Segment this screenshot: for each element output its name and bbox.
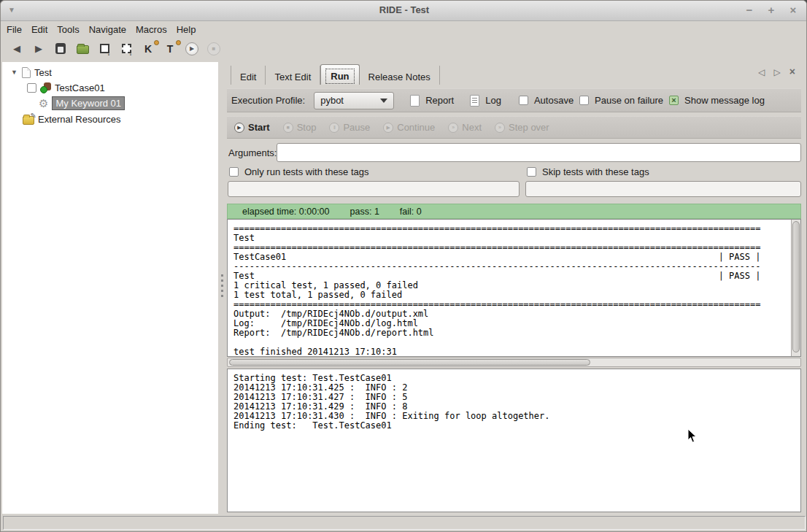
tree-item-external-resources[interactable]: ✎ External Resources bbox=[23, 112, 120, 126]
stop-icon: ■ bbox=[283, 123, 293, 133]
testcase-checkbox[interactable] bbox=[27, 83, 36, 93]
statusbar bbox=[3, 516, 806, 530]
console-text: ========================================… bbox=[228, 220, 800, 357]
tab-scroll-right-icon[interactable]: ▷ bbox=[774, 67, 781, 77]
tab-close-icon[interactable]: × bbox=[789, 67, 795, 77]
pass-count: pass: 1 bbox=[350, 207, 379, 217]
console-output: ========================================… bbox=[227, 219, 801, 357]
menubar: File Edit Tools Navigate Macros Help bbox=[1, 21, 807, 37]
mouse-cursor bbox=[687, 428, 698, 444]
continue-icon: ▶ bbox=[383, 123, 393, 133]
only-run-tags-label: Only run tests with these tags bbox=[244, 166, 369, 177]
tab-release-notes[interactable]: Release Notes bbox=[360, 66, 440, 85]
arguments-label: Arguments: bbox=[228, 147, 277, 158]
scrollbar-thumb[interactable] bbox=[229, 359, 590, 366]
tree-item-test-suite[interactable]: ▼ Test bbox=[11, 65, 52, 80]
step-over-icon: » bbox=[495, 123, 505, 133]
execution-profile-row: Execution Profile: pybot Report Log Auto… bbox=[227, 88, 801, 112]
arguments-input[interactable] bbox=[277, 143, 801, 162]
menu-tools[interactable]: Tools bbox=[57, 23, 87, 36]
stop-button[interactable]: ■Stop bbox=[283, 122, 317, 133]
step-over-button[interactable]: »Step over bbox=[495, 122, 549, 133]
pause-button[interactable]: ‖Pause bbox=[329, 122, 370, 133]
insert-cell-dashed-icon[interactable] bbox=[119, 42, 134, 56]
start-button[interactable]: ▶Start bbox=[234, 122, 270, 133]
insert-cell-icon[interactable] bbox=[97, 42, 112, 56]
selected-tree-label: My Keyword 01 bbox=[52, 96, 125, 110]
log-button[interactable]: Log bbox=[485, 95, 501, 106]
next-button[interactable]: »Next bbox=[448, 122, 482, 133]
maximize-button[interactable]: + bbox=[765, 4, 777, 16]
show-message-log-label: Show message log bbox=[684, 95, 765, 106]
suite-file-icon bbox=[22, 67, 31, 78]
menu-edit[interactable]: Edit bbox=[31, 23, 55, 36]
toolbar: ◀ ▶ K T ▶ ■ bbox=[1, 37, 807, 60]
skip-tags-label: Skip tests with these tags bbox=[542, 166, 649, 177]
skip-tags-checkbox[interactable] bbox=[527, 167, 536, 177]
pause-on-failure-label: Pause on failure bbox=[595, 95, 663, 106]
tab-text-edit[interactable]: Text Edit bbox=[266, 66, 320, 85]
tree-item-my-keyword[interactable]: ⚙ My Keyword 01 bbox=[39, 96, 125, 110]
expander-icon[interactable]: ▼ bbox=[11, 69, 18, 76]
notebook-tabs: Edit Text Edit Run Release Notes ◁ ▷ × bbox=[227, 63, 801, 85]
minimize-button[interactable]: − bbox=[744, 4, 755, 16]
tab-edit[interactable]: Edit bbox=[231, 66, 266, 85]
pause-icon: ‖ bbox=[329, 123, 339, 133]
ride-window: ▼ RIDE - Test − + × File Edit Tools Navi… bbox=[0, 0, 807, 532]
log-icon[interactable] bbox=[470, 95, 479, 107]
menu-file[interactable]: File bbox=[7, 23, 30, 36]
fail-count: fail: 0 bbox=[400, 207, 422, 217]
profile-dropdown[interactable]: pybot bbox=[314, 92, 394, 109]
menu-navigate[interactable]: Navigate bbox=[89, 23, 134, 36]
titlebar[interactable]: ▼ RIDE - Test − + × bbox=[1, 1, 807, 21]
menu-macros[interactable]: Macros bbox=[136, 23, 175, 36]
only-run-tags-checkbox[interactable] bbox=[229, 167, 239, 177]
keyword-gear-icon: ⚙ bbox=[39, 98, 48, 109]
report-button[interactable]: Report bbox=[425, 95, 454, 106]
next-icon: » bbox=[448, 123, 458, 133]
window-title: RIDE - Test bbox=[1, 4, 807, 15]
search-keywords-icon[interactable]: K bbox=[141, 42, 155, 56]
close-button[interactable]: × bbox=[787, 4, 799, 16]
continue-button[interactable]: ▶Continue bbox=[383, 122, 435, 133]
open-folder-icon[interactable] bbox=[75, 42, 90, 56]
skip-tags-input[interactable] bbox=[525, 181, 801, 197]
robot-status-icon bbox=[40, 82, 51, 93]
show-message-log-checkbox[interactable]: × bbox=[669, 96, 679, 105]
test-tree: ▼ Test TestCase01 ⚙ My Keyword 01 ✎ Exte… bbox=[2, 62, 218, 514]
panel-splitter[interactable] bbox=[219, 62, 226, 514]
autosave-checkbox[interactable] bbox=[519, 96, 528, 105]
execution-profile-label: Execution Profile: bbox=[231, 95, 305, 106]
report-icon[interactable] bbox=[410, 95, 420, 107]
tab-run[interactable]: Run bbox=[320, 64, 359, 85]
message-log: Starting test: Test.TestCase01 20141213 … bbox=[227, 369, 801, 512]
tree-item-testcase01[interactable]: TestCase01 bbox=[27, 80, 105, 95]
console-horizontal-scrollbar[interactable] bbox=[227, 358, 801, 367]
pause-on-failure-checkbox[interactable] bbox=[579, 96, 589, 105]
run-status-bar: elapsed time: 0:00:00 pass: 1 fail: 0 bbox=[227, 204, 801, 219]
stop-tests-icon[interactable]: ■ bbox=[206, 42, 221, 56]
external-resources-icon: ✎ bbox=[23, 116, 34, 125]
back-icon[interactable]: ◀ bbox=[9, 42, 24, 56]
tab-scroll-left-icon[interactable]: ◁ bbox=[758, 67, 765, 77]
chevron-down-icon bbox=[380, 99, 387, 103]
only-run-tags-input[interactable] bbox=[228, 181, 520, 197]
autosave-label: Autosave bbox=[534, 95, 574, 106]
console-vertical-scrollbar[interactable] bbox=[791, 220, 800, 356]
run-tests-icon[interactable]: ▶ bbox=[185, 42, 199, 56]
message-log-text: Starting test: Test.TestCase01 20141213 … bbox=[228, 369, 800, 431]
start-icon: ▶ bbox=[234, 123, 244, 133]
run-controls-row: ▶Start ■Stop ‖Pause ▶Continue »Next »Ste… bbox=[227, 116, 801, 139]
scrollbar-thumb[interactable] bbox=[792, 221, 800, 352]
elapsed-time: elapsed time: 0:00:00 bbox=[242, 207, 330, 217]
clipboard-icon[interactable] bbox=[53, 42, 68, 56]
menu-help[interactable]: Help bbox=[177, 23, 204, 36]
search-tests-icon[interactable]: T bbox=[163, 42, 177, 56]
forward-icon[interactable]: ▶ bbox=[31, 42, 46, 56]
